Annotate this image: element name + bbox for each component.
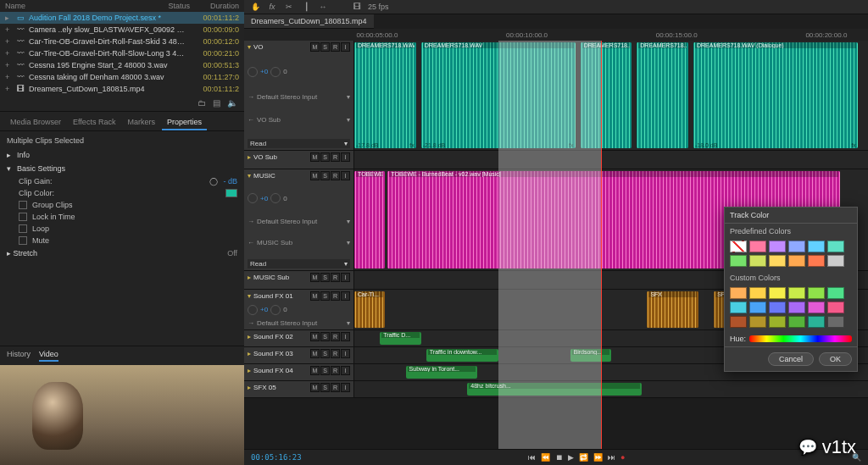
rewind-icon[interactable]: ⏪ (541, 453, 550, 462)
twirl-down-icon[interactable]: ▾ (248, 172, 251, 180)
mute-button[interactable]: M (310, 366, 320, 375)
color-swatch[interactable] (827, 241, 844, 252)
track-input[interactable]: Default Stereo Input (257, 319, 317, 327)
mute-button[interactable]: M (310, 42, 320, 52)
twirl-icon[interactable]: + (5, 49, 12, 58)
fx-badge-icon[interactable]: fx (851, 142, 855, 148)
solo-button[interactable]: S (320, 349, 330, 358)
record-arm-button[interactable]: R (331, 171, 340, 180)
audio-clip[interactable]: 48hz bitcrush... (467, 383, 642, 396)
file-row[interactable]: + 〰 Car-Tire-OB-Gravel-Dirt-Roll-Fast-Sk… (0, 36, 244, 47)
lock-in-time-checkbox[interactable] (19, 213, 27, 221)
mute-button[interactable]: M (310, 349, 320, 358)
forward-icon[interactable]: ⏩ (593, 453, 603, 462)
audio-clip[interactable]: SFX (647, 291, 698, 328)
track-header[interactable]: ▾VOMSRI +00 →Default Stereo Input▾ ←VO S… (244, 41, 354, 150)
monitor-button[interactable]: I (341, 383, 350, 392)
solo-button[interactable]: S (320, 152, 330, 162)
color-swatch[interactable] (808, 241, 825, 252)
twirl-icon[interactable]: ▸ (248, 350, 251, 357)
twirl-down-icon[interactable]: ▾ (248, 43, 251, 51)
stop-icon[interactable]: ⏹ (555, 453, 563, 462)
color-swatch[interactable] (788, 316, 805, 328)
go-end-icon[interactable]: ⏭ (608, 453, 615, 462)
color-swatch[interactable] (788, 255, 805, 267)
track-output[interactable]: MUSIC Sub (257, 239, 292, 246)
fx-badge-icon[interactable]: fx (569, 142, 573, 148)
track-lane[interactable] (354, 151, 868, 169)
audio-clip[interactable]: Birdsong... (570, 349, 611, 362)
info-section[interactable]: Info (17, 151, 30, 159)
track-header[interactable]: ▸Sound FX 02MSRI (244, 330, 354, 346)
video-preview[interactable] (0, 365, 244, 465)
bottom-tab[interactable]: Video (39, 350, 58, 362)
mute-button[interactable]: M (310, 171, 320, 180)
file-row[interactable]: + 〰 Car-Tire-OB-Gravel-Dirt-Roll-Slow-Lo… (0, 47, 244, 59)
mute-button[interactable]: M (310, 332, 320, 341)
solo-button[interactable]: S (320, 383, 330, 392)
file-row[interactable]: + 〰 Cessna 195 Engine Start_2 48000 3.wa… (0, 59, 244, 71)
speaker-icon[interactable]: 🔈 (227, 98, 237, 108)
monitor-button[interactable]: I (341, 152, 350, 162)
record-arm-button[interactable]: R (331, 291, 340, 301)
solo-button[interactable]: S (320, 42, 330, 52)
twirl-icon[interactable]: ▸ (5, 14, 12, 22)
color-swatch[interactable] (827, 302, 844, 313)
track-header[interactable]: ▾Sound FX 01MSRI +00 →Default Stereo Inp… (244, 290, 354, 329)
pan-knob[interactable] (270, 193, 281, 203)
track-lane[interactable]: 48hz bitcrush... (354, 381, 868, 397)
monitor-button[interactable]: I (341, 273, 350, 282)
track-header[interactable]: ▸SFX 05MSRI (244, 381, 354, 397)
record-arm-button[interactable]: R (331, 366, 340, 375)
panel-tab[interactable]: Markers (122, 115, 160, 130)
track-output[interactable]: VO Sub (257, 116, 281, 124)
fx-badge-icon[interactable]: fx (409, 142, 414, 148)
monitor-button[interactable]: I (341, 291, 350, 301)
audio-clip[interactable]: DREAMERS718.WAV-21.8 dBfx (421, 42, 576, 148)
record-arm-button[interactable]: R (331, 349, 340, 358)
record-icon[interactable]: ● (620, 453, 625, 462)
audio-clip[interactable]: Traffic in downtow... (426, 349, 498, 362)
monitor-button[interactable]: I (341, 171, 350, 180)
filter-icon[interactable]: ▤ (213, 98, 220, 108)
color-swatch[interactable] (749, 302, 766, 313)
volume-knob[interactable] (248, 305, 258, 315)
color-swatch[interactable] (730, 316, 747, 328)
timecode-display[interactable]: 00:05:16:23 (251, 453, 302, 462)
audio-clip[interactable]: DREAMERS718.WAV (Dialogue)-18.0 dBfx (693, 42, 858, 148)
track-header[interactable]: ▾MUSICMSRI +00 →Default Stereo Input▾ ←M… (244, 169, 354, 270)
panel-tab[interactable]: Properties (162, 115, 207, 130)
pan-knob[interactable] (270, 67, 281, 77)
solo-button[interactable]: S (320, 332, 330, 341)
track-input[interactable]: Default Stereo Input (257, 93, 317, 101)
color-swatch[interactable] (788, 302, 805, 313)
mute-checkbox[interactable] (19, 236, 27, 245)
audio-clip[interactable]: DREAMERS718... (637, 42, 688, 148)
twirl-icon[interactable]: + (5, 61, 12, 69)
color-swatch[interactable] (808, 287, 825, 299)
hue-slider[interactable] (749, 335, 852, 342)
mute-button[interactable]: M (310, 383, 320, 392)
color-swatch[interactable] (730, 287, 747, 299)
record-arm-button[interactable]: R (331, 332, 340, 341)
clip-color-swatch[interactable] (225, 189, 237, 197)
color-swatch[interactable] (749, 316, 766, 328)
input-arrow-icon[interactable]: → (248, 319, 254, 327)
color-swatch[interactable] (827, 255, 844, 267)
audio-clip[interactable]: DREAMERS718... (581, 42, 632, 148)
mute-button[interactable]: M (310, 291, 320, 301)
color-swatch[interactable] (749, 241, 766, 252)
monitor-button[interactable]: I (341, 366, 350, 375)
twirl-icon[interactable]: ▸ (248, 333, 251, 340)
record-arm-button[interactable]: R (331, 273, 340, 282)
hand-tool-icon[interactable]: ✋ (249, 3, 261, 11)
twirl-icon[interactable]: ▸ (248, 384, 251, 391)
color-swatch[interactable] (769, 255, 786, 267)
twirl-icon[interactable]: + (5, 85, 12, 93)
color-swatch[interactable] (808, 302, 825, 313)
record-arm-button[interactable]: R (331, 152, 340, 162)
audio-clip[interactable]: Traffic D... (380, 332, 420, 345)
editor-file-tab[interactable]: Dreamers_CutDown_180815.mp4 (244, 14, 374, 29)
twirl-icon[interactable]: + (5, 37, 12, 46)
color-swatch[interactable] (769, 287, 786, 299)
